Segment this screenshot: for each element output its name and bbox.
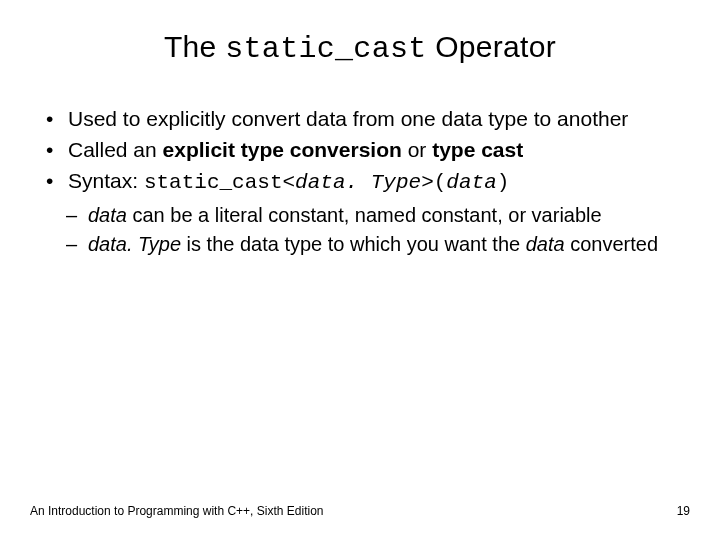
bullet-3-code2: >( xyxy=(421,171,446,194)
bullet-3-ital1: data. Type xyxy=(295,171,421,194)
main-list: Used to explicitly convert data from one… xyxy=(30,106,690,197)
bullet-3-pre: Syntax: xyxy=(68,169,144,192)
page-number: 19 xyxy=(677,504,690,518)
bullet-3-ital2: data xyxy=(446,171,496,194)
sub-list: data can be a literal constant, named co… xyxy=(30,203,690,258)
sub-1: data can be a literal constant, named co… xyxy=(66,203,690,229)
slide-title: The static_cast Operator xyxy=(30,30,690,66)
bullet-2-pre: Called an xyxy=(68,138,163,161)
bullet-2-bold1: explicit type conversion xyxy=(163,138,402,161)
sub-2-mid: is the data type to which you want the xyxy=(181,233,526,255)
sub-1-ital: data xyxy=(88,204,127,226)
title-pre: The xyxy=(164,30,225,63)
slide: The static_cast Operator Used to explici… xyxy=(0,0,720,540)
sub-2-rest: converted xyxy=(565,233,658,255)
bullet-2-bold2: type cast xyxy=(432,138,523,161)
bullet-2-mid: or xyxy=(402,138,432,161)
bullet-2: Called an explicit type conversion or ty… xyxy=(42,137,690,164)
title-code: static_cast xyxy=(225,32,426,66)
sub-2-ital2: data xyxy=(526,233,565,255)
bullet-1-text: Used to explicitly convert data from one… xyxy=(68,107,628,130)
bullet-3: Syntax: static_cast<data. Type>(data) xyxy=(42,168,690,197)
sub-1-rest: can be a literal constant, named constan… xyxy=(127,204,602,226)
footer-left: An Introduction to Programming with C++,… xyxy=(30,504,323,518)
sub-2-ital1: data. Type xyxy=(88,233,181,255)
bullet-3-code1: static_cast< xyxy=(144,171,295,194)
title-post: Operator xyxy=(427,30,556,63)
bullet-3-code3: ) xyxy=(497,171,510,194)
bullet-1: Used to explicitly convert data from one… xyxy=(42,106,690,133)
sub-2: data. Type is the data type to which you… xyxy=(66,232,690,258)
